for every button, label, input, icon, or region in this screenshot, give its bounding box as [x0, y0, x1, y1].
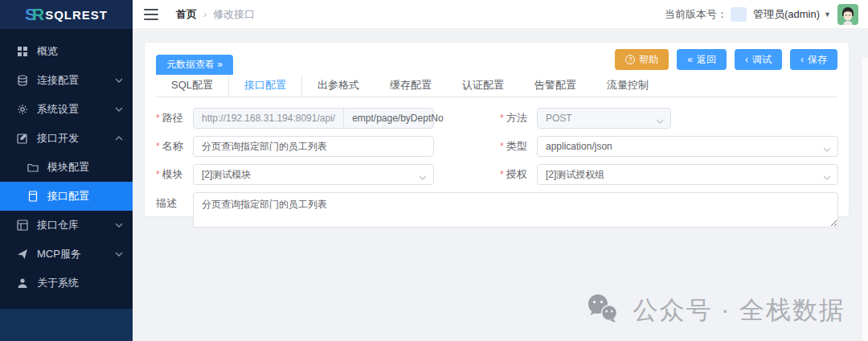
path-input-group[interactable]: http://192.168.31.194:8091/api/ empt/pag… [193, 108, 434, 129]
app-logo[interactable]: SR SQLREST [0, 0, 133, 29]
sidebar-item-module-config[interactable]: 模块配置 [0, 153, 133, 182]
sidebar-item-system-settings[interactable]: 系统设置 [0, 95, 133, 124]
tab-flow-control[interactable]: 流量控制 [592, 75, 664, 97]
name-label: *名称 [156, 139, 193, 154]
grid-icon [16, 46, 28, 58]
watermark: 公众号 · 全栈数据 [584, 293, 845, 328]
sidebar-item-label: MCP服务 [37, 247, 81, 261]
sidebar-item-label: 模块配置 [47, 160, 89, 175]
module-label: *模块 [156, 167, 193, 182]
main-content: 元数据查看 » ? 帮助 « 返回 ‹ 调试 ‹ 保存 [133, 29, 868, 341]
chevron-down-icon [823, 171, 831, 183]
description-textarea[interactable]: 分页查询指定部门的员工列表 [193, 192, 838, 228]
chevron-down-icon [115, 107, 123, 112]
type-select[interactable]: application/json [537, 136, 838, 157]
gear-icon [16, 104, 28, 116]
sidebar-item-overview[interactable]: 概览 [0, 37, 133, 66]
tab-alert-config[interactable]: 告警配置 [519, 75, 592, 97]
tab-output-format[interactable]: 出参格式 [302, 75, 375, 97]
sidebar-filler [0, 309, 133, 341]
sidebar-item-label: 连接配置 [37, 73, 79, 88]
sidebar-item-label: 接口开发 [37, 131, 79, 146]
chevron-up-icon [115, 136, 123, 141]
collapse-menu-icon[interactable] [144, 9, 158, 20]
sidebar-item-label: 接口配置 [47, 189, 89, 203]
user-icon [16, 277, 28, 290]
chevron-down-icon [419, 171, 427, 183]
chevron-down-icon [115, 223, 123, 228]
file-icon [27, 191, 39, 203]
chevron-down-icon [115, 78, 123, 83]
tab-api-config[interactable]: 接口配置 [228, 75, 302, 97]
api-config-card: 元数据查看 » ? 帮助 « 返回 ‹ 调试 ‹ 保存 [145, 43, 849, 216]
avatar[interactable] [837, 4, 858, 25]
toolbar-actions: ? 帮助 « 返回 ‹ 调试 ‹ 保存 [615, 49, 837, 75]
tab-auth-config[interactable]: 认证配置 [447, 75, 519, 97]
save-button[interactable]: ‹ 保存 [790, 49, 837, 70]
watermark-text: 公众号 · 全栈数据 [633, 294, 845, 327]
left-arrow-icon: ‹ [800, 54, 804, 65]
auth-label: *授权 [434, 167, 537, 182]
chevron-down-icon [656, 115, 664, 126]
sidebar-item-label: 概览 [37, 44, 58, 59]
sidebar-item-label: 关于系统 [37, 276, 79, 290]
folder-icon [27, 162, 39, 174]
config-tabs: SQL配置 接口配置 出参格式 缓存配置 认证配置 告警配置 流量控制 [156, 75, 837, 97]
breadcrumb-separator-icon: › [203, 8, 207, 20]
name-input[interactable] [193, 136, 434, 157]
edit-icon [16, 133, 28, 145]
scrollbar[interactable] [861, 58, 868, 341]
method-select[interactable]: POST [537, 108, 671, 129]
debug-button[interactable]: ‹ 调试 [735, 49, 782, 70]
top-header: 首页 › 修改接口 当前版本号： 管理员(admin) ▼ [133, 0, 868, 29]
version-badge [731, 7, 747, 22]
sidebar-item-api-repository[interactable]: 接口仓库 [0, 211, 133, 240]
sidebar-item-mcp-service[interactable]: MCP服务 [0, 240, 133, 269]
card-toolbar: 元数据查看 » ? 帮助 « 返回 ‹ 调试 ‹ 保存 [156, 49, 837, 75]
version-label: 当前版本号： [665, 7, 727, 22]
tab-cache-config[interactable]: 缓存配置 [375, 75, 447, 97]
breadcrumb-current: 修改接口 [213, 7, 255, 22]
api-config-form: *路径 http://192.168.31.194:8091/api/ empt… [156, 97, 837, 231]
module-select[interactable]: [2]测试模块 [193, 164, 434, 185]
user-menu[interactable]: 管理员(admin) [753, 7, 820, 22]
chevron-down-icon [115, 252, 123, 257]
tab-sql-config[interactable]: SQL配置 [156, 75, 228, 97]
topbar-right: 当前版本号： 管理员(admin) ▼ [665, 4, 858, 25]
path-prefix: http://192.168.31.194:8091/api/ [194, 109, 344, 128]
sidebar-item-label: 系统设置 [37, 102, 79, 117]
auth-select[interactable]: [2]测试授权组 [537, 164, 838, 185]
sidebar-item-label: 接口仓库 [37, 218, 79, 232]
breadcrumb-home[interactable]: 首页 [176, 7, 197, 22]
left-arrow-icon: ‹ [745, 54, 748, 65]
metadata-view-button[interactable]: 元数据查看 » [156, 55, 233, 75]
sidebar-item-api-development[interactable]: 接口开发 [0, 124, 133, 153]
back-button[interactable]: « 返回 [677, 49, 727, 70]
app-name: SQLREST [45, 8, 108, 22]
database-icon [16, 75, 28, 87]
sidebar-item-connections[interactable]: 连接配置 [0, 66, 133, 95]
type-label: *类型 [434, 139, 537, 154]
chevron-down-icon [823, 143, 831, 154]
path-input[interactable]: empt/page/byDeptNo [344, 113, 451, 124]
sidebar-menu: 概览 连接配置 系统设置 接口开发 [0, 29, 133, 309]
wechat-icon [584, 293, 621, 328]
sidebar-item-about[interactable]: 关于系统 [0, 269, 133, 298]
double-left-arrow-icon: « [687, 54, 693, 65]
path-label: *路径 [156, 111, 193, 125]
question-circle-icon: ? [625, 55, 635, 64]
logo-monogram-icon: SR [25, 5, 39, 24]
send-icon [16, 249, 28, 261]
sidebar-item-api-config[interactable]: 接口配置 [0, 182, 133, 211]
repo-icon [16, 220, 28, 232]
caret-down-icon: ▼ [824, 10, 831, 18]
description-label: 描述 [156, 192, 193, 211]
sidebar: SR SQLREST 概览 连接配置 系统设置 [0, 0, 133, 341]
help-button[interactable]: ? 帮助 [615, 49, 669, 70]
